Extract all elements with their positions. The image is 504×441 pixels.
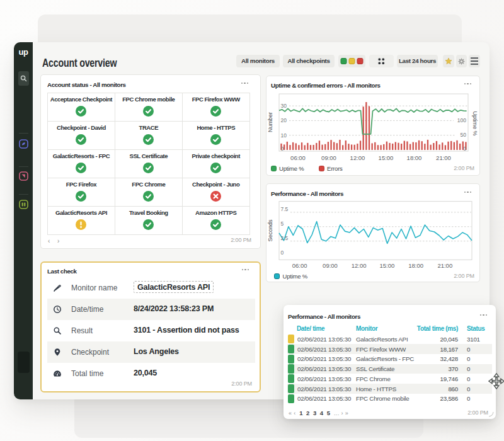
svg-text:06:00: 06:00 [292, 262, 307, 269]
svg-text:Seconds: Seconds [267, 219, 273, 242]
svg-text:10: 10 [281, 132, 287, 139]
svg-text:20: 20 [281, 117, 287, 123]
svg-text:15:00: 15:00 [379, 154, 394, 161]
svg-text:Uptime %: Uptime % [472, 111, 478, 135]
svg-text:21:00: 21:00 [437, 262, 452, 269]
svg-text:12:00: 12:00 [350, 154, 365, 161]
svg-text:5: 5 [281, 220, 284, 227]
svg-text:50: 50 [461, 132, 467, 138]
svg-text:0: 0 [463, 146, 466, 152]
svg-text:15:00: 15:00 [380, 262, 395, 269]
svg-text:06:00: 06:00 [290, 154, 306, 161]
svg-text:0: 0 [281, 249, 284, 256]
svg-text:7.5: 7.5 [281, 206, 289, 212]
svg-text:09:00: 09:00 [323, 262, 338, 269]
svg-text:0: 0 [281, 146, 284, 152]
svg-text:30: 30 [281, 103, 287, 109]
svg-text:2.5: 2.5 [281, 235, 289, 241]
svg-text:18:00: 18:00 [408, 262, 423, 269]
svg-text:100: 100 [457, 117, 466, 123]
svg-text:12:00: 12:00 [352, 262, 367, 269]
svg-text:09:00: 09:00 [321, 154, 336, 161]
svg-text:21:00: 21:00 [436, 154, 451, 161]
svg-text:Number: Number [267, 112, 273, 132]
svg-text:18:00: 18:00 [407, 154, 422, 161]
